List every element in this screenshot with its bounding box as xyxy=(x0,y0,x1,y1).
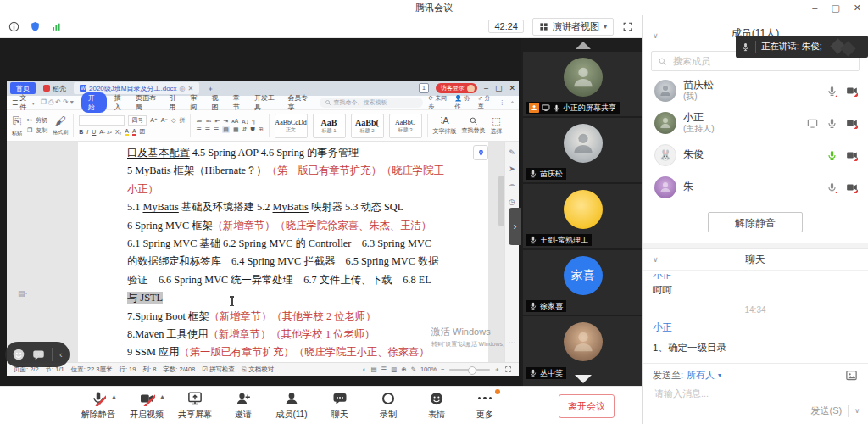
video-tile[interactable]: 家喜 丛中笑 徐家喜 xyxy=(523,250,643,315)
tab-pin-icon[interactable]: ◎ xyxy=(180,85,186,92)
unmute-button[interactable]: 解除静音 xyxy=(708,212,803,232)
align-left-icon[interactable]: ☰ xyxy=(196,126,201,133)
show-marks-icon[interactable]: ¶ xyxy=(252,119,255,125)
zoom-slider[interactable] xyxy=(449,369,490,371)
share-screen-button[interactable]: 共享屏幕 xyxy=(175,391,215,421)
panel-collapse-handle[interactable]: › xyxy=(509,208,521,245)
speaker-view-button[interactable]: 演讲者视图 ▾ xyxy=(532,18,614,36)
paste-icon[interactable]: ⎘ xyxy=(13,114,21,128)
wps-menu-page-layout[interactable]: 页面布局 xyxy=(134,93,161,112)
zoom-level[interactable]: 100% xyxy=(420,365,437,373)
mic-options-icon[interactable]: ▲ xyxy=(111,393,117,399)
superscript-button[interactable]: x² xyxy=(107,129,112,135)
chat-message-list[interactable]: 小正 呵呵 14:34 小正 1、确定一级目录 2、明确各章节分工 3、时间节点… xyxy=(643,271,868,363)
bold-button[interactable]: B xyxy=(79,129,83,135)
edit-pencil-icon[interactable]: ✎ xyxy=(509,148,515,157)
select-button[interactable]: ⬚选择 xyxy=(491,115,503,136)
chat-bubble-icon[interactable] xyxy=(32,349,45,361)
border-icon[interactable]: ⊞ xyxy=(259,126,264,133)
style-heading1[interactable]: AaB 标题 1 xyxy=(313,114,346,138)
subscript-button[interactable]: X₂ xyxy=(115,129,121,135)
member-row[interactable]: 朱 xyxy=(643,171,868,204)
chat-button[interactable]: 聊天 xyxy=(320,391,360,421)
align-right-icon[interactable]: ☰ xyxy=(214,126,219,133)
fullscreen-icon[interactable] xyxy=(622,21,633,32)
close-button[interactable]: ✕ xyxy=(854,3,861,14)
meeting-info-icon[interactable] xyxy=(8,21,19,32)
font-color-button[interactable]: A xyxy=(132,128,136,136)
guest-login-button[interactable]: 访客登录 xyxy=(436,83,477,93)
wps-menu-section[interactable]: 章节 xyxy=(231,93,247,112)
mic-icon[interactable] xyxy=(826,118,837,129)
member-row[interactable]: 小正 (主持人) xyxy=(643,107,868,139)
view-outline-icon[interactable]: ▥ xyxy=(391,365,397,373)
style-heading2[interactable]: AaBb( 标题 2 xyxy=(351,114,384,138)
chat-input-area[interactable] xyxy=(643,386,868,401)
format-painter-icon[interactable]: 🖌 xyxy=(55,114,66,127)
highlight-button[interactable]: A xyxy=(125,128,129,136)
wps-menu-file[interactable]: ☰ 文件 ▾ xyxy=(12,93,35,112)
wps-close-button[interactable]: ✕ xyxy=(509,84,515,92)
collapse-left-icon[interactable]: ‹ xyxy=(59,349,63,360)
network-signal-icon[interactable] xyxy=(51,21,62,32)
member-row[interactable]: 苗庆松 (我) xyxy=(643,75,868,107)
send-button[interactable]: 发送(S) xyxy=(810,404,842,417)
rail-more-icon[interactable]: ⋯ xyxy=(509,338,516,347)
clear-format-icon[interactable]: ◇ xyxy=(171,117,175,124)
style-normal[interactable]: AaBbCcDd 正文 xyxy=(275,114,308,138)
align-center-icon[interactable]: ☰ xyxy=(205,126,210,133)
bullet-list-icon[interactable]: ≔ xyxy=(196,118,202,125)
proofread-toggle[interactable]: ⎘ 文档校对 xyxy=(242,365,274,374)
collapse-members-icon[interactable]: ∨ xyxy=(653,31,659,40)
wps-share-button[interactable]: ⇗ 分享 xyxy=(478,94,493,111)
underline-button[interactable]: U xyxy=(92,129,96,135)
camera-muted-icon[interactable] xyxy=(846,149,858,161)
view-read-icon[interactable]: ⊕ xyxy=(401,365,406,373)
copy-button[interactable]: ❐ 复制 xyxy=(27,126,47,135)
more-button[interactable]: 更多 xyxy=(465,391,505,421)
wps-sync-status[interactable]: ⟳ 未同步 xyxy=(429,94,449,111)
chevron-down-icon[interactable]: ▾ xyxy=(718,371,721,379)
unmute-toolbar-button[interactable]: 解除静音 ▲ xyxy=(78,391,119,421)
wps-collapse-ribbon-icon[interactable]: ^ xyxy=(511,100,514,106)
wps-new-tab-button[interactable]: ＋ xyxy=(201,82,220,94)
style-heading3[interactable]: AaBbC 标题 3 xyxy=(389,114,422,138)
font-family-combo[interactable] xyxy=(79,115,125,126)
camera-muted-icon[interactable] xyxy=(846,85,858,97)
justify-icon[interactable]: ▤ xyxy=(222,126,230,133)
maximize-button[interactable]: ▢ xyxy=(831,3,839,14)
send-options-icon[interactable]: ∨ xyxy=(854,407,860,415)
wps-restore-button[interactable]: ▢ xyxy=(495,84,503,92)
send-image-icon[interactable] xyxy=(845,369,858,382)
start-video-button[interactable]: 开启视频 ▲ xyxy=(126,391,167,421)
security-shield-icon[interactable] xyxy=(30,21,41,32)
find-replace-button[interactable]: 查找替换 xyxy=(462,116,486,135)
eye-protect-icon[interactable]: ◐ xyxy=(363,365,367,373)
adjust-tool-icon[interactable]: ⌯ xyxy=(509,181,515,190)
leave-meeting-button[interactable]: 离开会议 xyxy=(559,394,615,418)
phonetic-icon[interactable]: 拼 xyxy=(179,116,185,125)
strike-button[interactable]: A̶ xyxy=(99,129,103,135)
wps-menu-member[interactable]: 会员专享 xyxy=(286,93,313,112)
video-tile[interactable]: 王剑-常熟理工 xyxy=(523,184,643,248)
wps-collab-button[interactable]: 👤 协作 xyxy=(454,94,471,111)
camera-muted-icon[interactable] xyxy=(846,117,858,129)
invite-button[interactable]: 邀请 xyxy=(223,391,264,421)
wps-tab-docer[interactable]: 稻壳 xyxy=(37,82,72,94)
paragraph-handle-icon[interactable]: ▤· xyxy=(18,289,28,298)
camera-muted-icon[interactable] xyxy=(846,181,858,193)
mic-muted-icon[interactable] xyxy=(826,86,837,97)
shading-icon[interactable]: ⛊ xyxy=(250,126,254,133)
wps-quick-access-icons[interactable]: ❐⎙↶↷▾ xyxy=(41,98,75,107)
annotate-pen-icon[interactable]: ✎ xyxy=(411,365,416,373)
view-web-icon[interactable]: ☰ xyxy=(381,365,387,373)
grow-font-icon[interactable]: A⁺ xyxy=(150,117,157,124)
wps-command-search[interactable]: 查找命令、搜索模板 xyxy=(320,98,423,108)
wps-message-badge[interactable]: 1 xyxy=(419,83,429,93)
member-row[interactable]: 🐰 朱俊 xyxy=(643,139,868,171)
mic-speaking-icon[interactable] xyxy=(826,150,837,161)
number-list-icon[interactable]: ≕ xyxy=(205,118,211,125)
text-tools-button[interactable]: ⫶A文字排版 xyxy=(433,115,457,136)
wps-menu-insert[interactable]: 插入 xyxy=(113,93,128,112)
wps-menu-review[interactable]: 审阅 xyxy=(188,93,203,112)
